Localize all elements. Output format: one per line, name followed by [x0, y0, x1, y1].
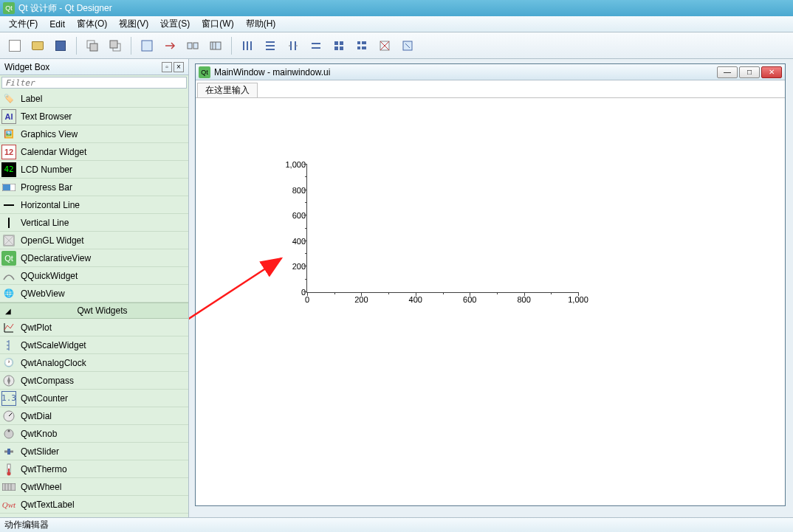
widget-item-vline[interactable]: Vertical Line: [0, 214, 188, 232]
widget-filter-input[interactable]: [1, 77, 187, 89]
widget-item-qwtanalog[interactable]: 🕐QwtAnalogClock: [0, 354, 188, 372]
edit-signals-button[interactable]: [159, 35, 180, 56]
widget-item-qwtdial[interactable]: QwtDial: [0, 407, 188, 425]
svg-rect-19: [340, 41, 343, 45]
svg-rect-21: [340, 46, 343, 50]
open-button[interactable]: [27, 35, 48, 56]
plot-area: 0 200 400 600 800 1,000: [306, 165, 578, 293]
x-tick-label: 1,000: [568, 295, 588, 304]
compass-icon: [1, 373, 16, 388]
break-layout-button[interactable]: [374, 35, 395, 56]
widget-item-qwtplot[interactable]: QwtPlot: [0, 319, 188, 336]
widget-item-lcd[interactable]: 42LCD Number: [0, 161, 188, 179]
bring-front-button[interactable]: [105, 35, 126, 56]
menu-edit[interactable]: Edit: [44, 16, 71, 32]
menu-window[interactable]: 窗口(W): [196, 16, 239, 32]
widget-item-graphicsview[interactable]: 🖼️Graphics View: [0, 125, 188, 143]
form-title: MainWindow - mainwindow.ui: [214, 67, 330, 77]
widget-item-qwtknob[interactable]: QwtKnob: [0, 425, 188, 443]
menubar-placeholder[interactable]: 在这里输入: [196, 80, 785, 98]
qwtscale-icon: [1, 338, 16, 353]
menu-settings[interactable]: 设置(S): [154, 16, 196, 32]
menu-view[interactable]: 视图(V): [113, 16, 154, 32]
layout-vsplit-button[interactable]: [306, 35, 326, 56]
panel-close-button[interactable]: ×: [174, 62, 184, 72]
close-button[interactable]: ✕: [761, 66, 782, 78]
widget-item-opengl[interactable]: OpenGL Widget: [0, 232, 188, 249]
widget-item-qdeclarative[interactable]: QtQDeclarativeView: [0, 249, 188, 267]
edit-buddies-button[interactable]: [182, 35, 203, 56]
bring-front-icon: [109, 39, 122, 52]
widget-item-progress[interactable]: Progress Bar: [0, 179, 188, 196]
svg-rect-23: [362, 41, 366, 44]
svg-rect-1: [90, 44, 97, 51]
form-window[interactable]: Qt MainWindow - mainwindow.ui — □ ✕ 在这里输…: [195, 63, 786, 506]
type-here-hint[interactable]: 在这里输入: [197, 83, 258, 97]
x-tick-label: 600: [463, 295, 476, 304]
widget-item-qquick[interactable]: QQuickWidget: [0, 267, 188, 285]
svg-rect-24: [357, 46, 360, 49]
widget-item-qwtwheel[interactable]: QwtWheel: [0, 478, 188, 496]
action-editor-label: 动作编辑器: [4, 519, 49, 531]
widget-item-textbrowser[interactable]: AIText Browser: [0, 108, 188, 125]
svg-rect-22: [357, 41, 360, 44]
widget-item-qwtslider[interactable]: QwtSlider: [0, 443, 188, 460]
send-back-button[interactable]: [82, 35, 103, 56]
widget-item-qwtcounter[interactable]: 1.3QwtCounter: [0, 390, 188, 407]
widget-item-calendar[interactable]: 12Calendar Widget: [0, 143, 188, 161]
progress-icon: [1, 180, 16, 195]
widget-item-qwttext[interactable]: QwtQwtTextLabel: [0, 496, 188, 514]
widget-item-qwtcompass[interactable]: QwtCompass: [0, 372, 188, 390]
svg-point-46: [7, 471, 11, 475]
edit-widgets-button[interactable]: [137, 35, 157, 56]
widget-group-qwt[interactable]: ◢Qwt Widgets: [0, 303, 188, 319]
edit-tabs-button[interactable]: [205, 35, 226, 56]
qwttext-icon: Qwt: [1, 497, 16, 512]
maximize-button[interactable]: □: [739, 66, 760, 78]
send-back-icon: [86, 39, 99, 52]
adjust-size-button[interactable]: [397, 35, 418, 56]
y-tick-label: 800: [292, 186, 306, 195]
minimize-button[interactable]: —: [717, 66, 738, 78]
new-icon: [9, 40, 21, 52]
y-tick-label: 200: [292, 262, 306, 271]
widget-item-hline[interactable]: Horizontal Line: [0, 196, 188, 214]
new-button[interactable]: [4, 35, 25, 56]
layout-v-button[interactable]: [260, 35, 281, 56]
svg-rect-6: [193, 43, 198, 49]
slider-icon: [1, 444, 16, 459]
svg-rect-29: [3, 184, 10, 190]
toolbar-separator: [131, 37, 131, 55]
widget-list[interactable]: 🏷️Label AIText Browser 🖼️Graphics View 1…: [0, 90, 188, 517]
layout-grid-button[interactable]: [329, 35, 349, 56]
save-button[interactable]: [50, 35, 71, 56]
svg-rect-45: [8, 469, 10, 472]
qwtplot-widget[interactable]: 0 200 400 600 800 1,000: [272, 160, 583, 315]
menu-file[interactable]: 文件(F): [3, 16, 44, 32]
form-body[interactable]: 在这里输入 0 200 400 600: [196, 80, 785, 505]
layout-h-button[interactable]: [237, 35, 258, 56]
form-canvas[interactable]: 0 200 400 600 800 1,000: [199, 101, 782, 502]
widget-item-qwtscale[interactable]: QwtScaleWidget: [0, 336, 188, 354]
qt-form-icon: Qt: [199, 66, 210, 78]
app-title: Qt 设计师 - Qt Designer: [18, 2, 112, 15]
clock-icon: 🕐: [1, 356, 16, 370]
layout-vsplit-icon: [309, 39, 323, 52]
menu-form[interactable]: 窗体(O): [71, 16, 113, 32]
layout-v-icon: [264, 39, 277, 52]
opengl-icon: [1, 233, 16, 248]
layout-form-button[interactable]: [351, 35, 372, 56]
widget-item-qweb[interactable]: 🌐QWebView: [0, 285, 188, 303]
layout-hsplit-button[interactable]: [283, 35, 303, 56]
action-editor-panel[interactable]: 动作编辑器: [0, 517, 793, 532]
widget-item-label[interactable]: 🏷️Label: [0, 90, 188, 108]
layout-grid-icon: [332, 39, 346, 52]
menubar: 文件(F) Edit 窗体(O) 视图(V) 设置(S) 窗口(W) 帮助(H): [0, 16, 793, 32]
x-tick-label: 400: [409, 295, 422, 304]
panel-float-button[interactable]: ▫: [162, 62, 172, 72]
svg-rect-4: [142, 41, 152, 51]
menu-help[interactable]: 帮助(H): [240, 16, 282, 32]
widget-item-qwtthermo[interactable]: QwtThermo: [0, 460, 188, 478]
form-titlebar[interactable]: Qt MainWindow - mainwindow.ui — □ ✕: [196, 64, 785, 80]
widget-box-title-text: Widget Box: [4, 62, 49, 72]
